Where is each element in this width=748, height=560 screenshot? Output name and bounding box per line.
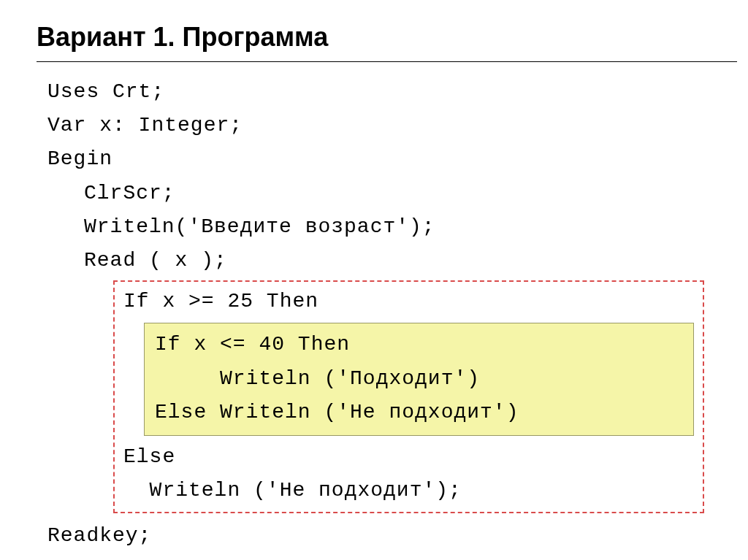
- code-line: Begin: [47, 142, 748, 176]
- inner-conditional-box: If x <= 40 Then Writeln ('Подходит') Els…: [144, 323, 694, 436]
- code-line: Else Writeln ('Не подходит'): [155, 396, 683, 429]
- code-line: Writeln ('Подходит'): [155, 362, 683, 396]
- code-line: Read ( x );: [47, 244, 748, 277]
- code-block: Uses Crt; Var x: Integer; Begin ClrScr; …: [0, 62, 748, 560]
- code-line: ClrScr;: [47, 177, 748, 210]
- code-line: Var x: Integer;: [47, 109, 748, 142]
- code-line: If x >= 25 Then: [123, 285, 694, 318]
- code-line: Else: [123, 440, 694, 474]
- code-line: Uses Crt;: [47, 75, 748, 109]
- outer-conditional-box: If x >= 25 Then If x <= 40 Then Writeln …: [113, 280, 704, 513]
- code-line: If x <= 40 Then: [155, 328, 683, 361]
- code-line: Readkey;: [47, 519, 748, 553]
- page-title: Вариант 1. Программа: [0, 0, 748, 61]
- code-line: Writeln('Введите возраст');: [47, 210, 748, 244]
- code-line: Writeln ('Не подходит');: [123, 474, 694, 507]
- code-line: End.: [47, 553, 748, 560]
